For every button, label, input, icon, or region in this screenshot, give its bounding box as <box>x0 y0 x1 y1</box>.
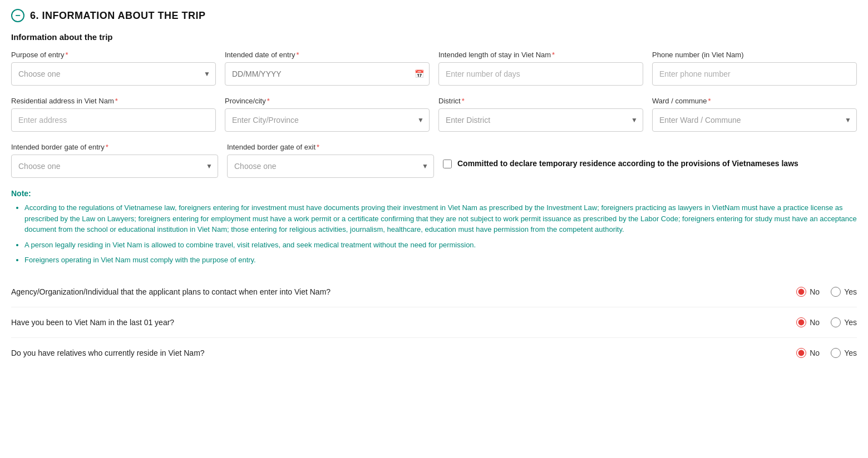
border-gate-entry-label: Intended border gate of entry* <box>11 143 218 151</box>
ward-commune-label: Ward / commune* <box>652 97 857 105</box>
province-city-label: Province/city* <box>225 97 430 105</box>
question-3-options: No Yes <box>796 348 857 358</box>
question-3-no-option[interactable]: No <box>796 348 820 358</box>
committed-checkbox-row: Committed to declare temporary residence… <box>443 143 857 170</box>
phone-number-group: Phone number (in Viet Nam) <box>652 51 857 86</box>
district-label: District* <box>438 97 643 105</box>
question-3-row: Do you have relatives who currently resi… <box>11 338 857 368</box>
phone-number-label: Phone number (in Viet Nam) <box>652 51 857 59</box>
question-2-no-radio[interactable] <box>796 317 806 327</box>
note-list: According to the regulations of Vietname… <box>11 202 857 266</box>
note-item-1: According to the regulations of Vietname… <box>24 202 857 235</box>
length-of-stay-input[interactable] <box>438 62 643 86</box>
question-2-options: No Yes <box>796 317 857 327</box>
question-2-yes-option[interactable]: Yes <box>831 317 857 327</box>
residential-address-input[interactable] <box>11 108 216 132</box>
intended-date-group: Intended date of entry* 📅 <box>225 51 430 86</box>
question-3-text: Do you have relatives who currently resi… <box>11 349 796 357</box>
questions-section: Agency/Organization/Individual that the … <box>11 277 857 368</box>
border-gate-exit-group: Intended border gate of exit* Choose one… <box>227 143 434 178</box>
residential-address-group: Residential address in Viet Nam* <box>11 97 216 132</box>
note-item-2: A person legally residing in Viet Nam is… <box>24 240 857 251</box>
question-2-text: Have you been to Viet Nam in the last 01… <box>11 318 796 327</box>
question-1-options: No Yes <box>796 287 857 297</box>
committed-checkbox-label[interactable]: Committed to declare temporary residence… <box>457 158 798 170</box>
province-city-select[interactable]: Enter City/Province <box>225 108 430 132</box>
subsection-title: Information about the trip <box>11 32 857 42</box>
date-input-wrapper: 📅 <box>225 62 430 86</box>
length-of-stay-group: Intended length of stay in Viet Nam* <box>438 51 643 86</box>
question-1-row: Agency/Organization/Individual that the … <box>11 277 857 307</box>
section-title: 6. INFORMATION ABOUT THE TRIP <box>30 10 206 22</box>
committed-checkbox[interactable] <box>443 160 452 168</box>
purpose-of-entry-label: Purpose of entry* <box>11 51 216 59</box>
ward-commune-select[interactable]: Enter Ward / Commune <box>652 108 857 132</box>
question-1-no-radio[interactable] <box>796 287 806 297</box>
question-1-yes-label[interactable]: Yes <box>844 287 857 296</box>
question-3-yes-option[interactable]: Yes <box>831 348 857 358</box>
residential-address-label: Residential address in Viet Nam* <box>11 97 216 105</box>
question-2-row: Have you been to Viet Nam in the last 01… <box>11 307 857 338</box>
collapse-icon[interactable]: − <box>11 9 24 22</box>
border-gate-exit-label: Intended border gate of exit* <box>227 143 434 151</box>
district-select[interactable]: Enter District <box>438 108 643 132</box>
ward-commune-select-wrapper: Enter Ward / Commune ▼ <box>652 108 857 132</box>
purpose-of-entry-group: Purpose of entry* Choose one ▼ <box>11 51 216 86</box>
intended-date-input[interactable] <box>225 62 430 86</box>
border-gate-entry-select[interactable]: Choose one <box>11 155 218 178</box>
border-gate-exit-select-wrapper: Choose one ▼ <box>227 155 434 178</box>
section-header: − 6. INFORMATION ABOUT THE TRIP <box>11 9 857 22</box>
border-gate-entry-select-wrapper: Choose one ▼ <box>11 155 218 178</box>
question-1-yes-option[interactable]: Yes <box>831 287 857 297</box>
note-title: Note: <box>11 189 857 198</box>
checkbox-group: Committed to declare temporary residence… <box>443 143 857 170</box>
question-1-text: Agency/Organization/Individual that the … <box>11 287 796 296</box>
question-3-no-label[interactable]: No <box>810 349 820 357</box>
question-2-no-label[interactable]: No <box>810 318 820 327</box>
question-2-yes-radio[interactable] <box>831 317 841 327</box>
form-row-2: Residential address in Viet Nam* Provinc… <box>11 97 857 132</box>
intended-date-label: Intended date of entry* <box>225 51 430 59</box>
form-row-3: Intended border gate of entry* Choose on… <box>11 143 857 178</box>
question-3-yes-label[interactable]: Yes <box>844 349 857 357</box>
question-1-yes-radio[interactable] <box>831 287 841 297</box>
phone-number-input[interactable] <box>652 62 857 86</box>
form-row-1: Purpose of entry* Choose one ▼ Intended … <box>11 51 857 86</box>
length-of-stay-label: Intended length of stay in Viet Nam* <box>438 51 643 59</box>
note-item-3: Foreigners operating in Viet Nam must co… <box>24 255 857 266</box>
question-2-yes-label[interactable]: Yes <box>844 318 857 327</box>
purpose-of-entry-select-wrapper: Choose one ▼ <box>11 62 216 86</box>
note-section: Note: According to the regulations of Vi… <box>11 189 857 266</box>
ward-commune-group: Ward / commune* Enter Ward / Commune ▼ <box>652 97 857 132</box>
question-2-no-option[interactable]: No <box>796 317 820 327</box>
question-3-yes-radio[interactable] <box>831 348 841 358</box>
province-city-group: Province/city* Enter City/Province ▼ <box>225 97 430 132</box>
district-select-wrapper: Enter District ▼ <box>438 108 643 132</box>
province-city-select-wrapper: Enter City/Province ▼ <box>225 108 430 132</box>
district-group: District* Enter District ▼ <box>438 97 643 132</box>
purpose-of-entry-select[interactable]: Choose one <box>11 62 216 86</box>
question-3-no-radio[interactable] <box>796 348 806 358</box>
question-1-no-option[interactable]: No <box>796 287 820 297</box>
border-gate-exit-select[interactable]: Choose one <box>227 155 434 178</box>
border-gate-entry-group: Intended border gate of entry* Choose on… <box>11 143 218 178</box>
question-1-no-label[interactable]: No <box>810 287 820 296</box>
